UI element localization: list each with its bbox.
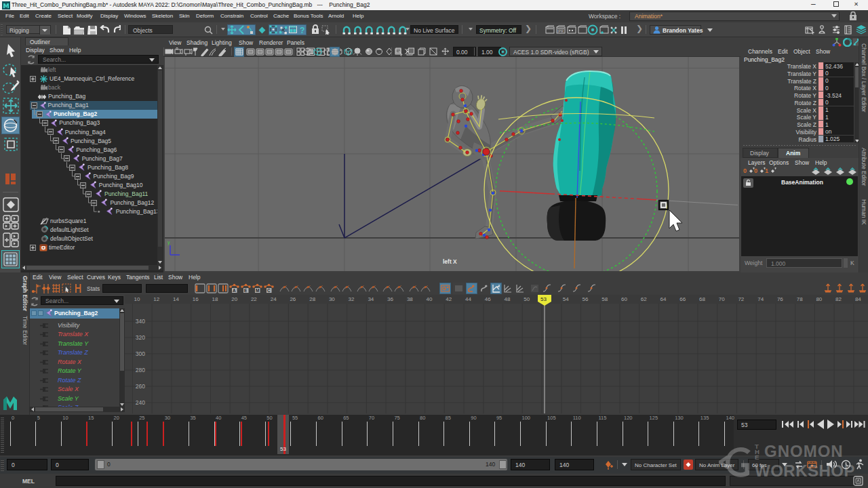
svg-text:GNOMON: GNOMON: [764, 442, 844, 460]
svg-text:?: ?: [300, 26, 304, 35]
svg-text:E: E: [244, 288, 248, 293]
svg-text:A: A: [233, 288, 236, 293]
svg-text:32: 32: [349, 296, 355, 302]
svg-text:260: 260: [136, 383, 145, 390]
svg-text:14: 14: [173, 296, 179, 302]
svg-text:WORKSHOP: WORKSHOP: [755, 462, 855, 480]
svg-text:74: 74: [757, 296, 764, 302]
svg-text:12: 12: [153, 296, 159, 302]
svg-text:84: 84: [855, 296, 861, 302]
svg-text:64: 64: [660, 296, 667, 302]
svg-text:54: 54: [563, 296, 569, 302]
svg-text:66: 66: [679, 296, 686, 302]
svg-text:y: y: [167, 240, 170, 245]
svg-text:28: 28: [309, 296, 315, 302]
svg-text:76: 76: [777, 296, 783, 302]
svg-text:18: 18: [212, 296, 218, 302]
svg-text:280: 280: [136, 367, 145, 373]
svg-text:IPR: IPR: [557, 29, 564, 33]
svg-text:30: 30: [329, 296, 335, 302]
svg-text:78: 78: [797, 296, 803, 302]
svg-text:300: 300: [136, 350, 145, 357]
svg-text:53: 53: [540, 296, 547, 302]
svg-text:60: 60: [621, 296, 627, 302]
svg-text:40: 40: [427, 296, 433, 302]
svg-text:left X: left X: [443, 258, 457, 265]
svg-text:70: 70: [719, 296, 725, 302]
svg-text:26: 26: [290, 296, 296, 302]
svg-text:M: M: [256, 288, 259, 293]
svg-text:58: 58: [601, 296, 608, 302]
svg-text:82: 82: [835, 296, 842, 302]
svg-text:34: 34: [368, 296, 374, 302]
svg-text:44: 44: [465, 296, 471, 302]
svg-text:46: 46: [485, 296, 491, 302]
svg-text:62: 62: [641, 296, 647, 302]
svg-text:C: C: [267, 288, 271, 293]
svg-text:36: 36: [387, 296, 393, 302]
svg-text:240: 240: [136, 399, 145, 406]
svg-text:340: 340: [136, 318, 145, 325]
svg-text:50: 50: [524, 296, 530, 302]
svg-text:38: 38: [407, 296, 413, 302]
svg-text:320: 320: [136, 334, 145, 341]
svg-text:10: 10: [134, 296, 140, 302]
svg-text:22: 22: [251, 296, 257, 302]
svg-text:E: E: [755, 453, 759, 461]
svg-text:48: 48: [505, 296, 511, 302]
svg-text:16: 16: [193, 296, 199, 302]
svg-text:80: 80: [816, 296, 822, 302]
svg-text:20: 20: [231, 296, 237, 302]
svg-text:42: 42: [446, 296, 452, 302]
svg-text:72: 72: [738, 296, 744, 302]
svg-text:68: 68: [699, 296, 705, 302]
svg-text:24: 24: [271, 296, 277, 302]
svg-text:56: 56: [583, 296, 589, 302]
